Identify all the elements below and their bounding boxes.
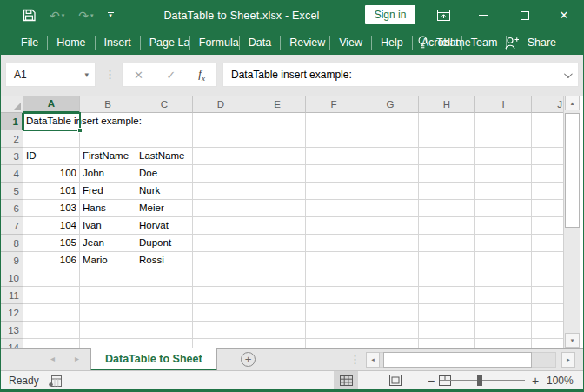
column-header-B[interactable]: B — [80, 96, 136, 113]
sign-in-button[interactable]: Sign in — [365, 5, 415, 24]
next-sheet-icon[interactable]: ▸ — [75, 354, 79, 363]
customize-quick-access-icon[interactable]: ▾ — [108, 12, 114, 18]
cell-H3[interactable] — [419, 148, 475, 165]
row-header-6[interactable]: 6 — [0, 200, 23, 217]
row-header-5[interactable]: 5 — [0, 183, 23, 200]
tell-me-button[interactable]: Tell me — [436, 37, 471, 49]
maximize-icon[interactable] — [510, 0, 540, 30]
cell-C3[interactable]: LastName — [136, 148, 193, 165]
cell-A10[interactable] — [23, 269, 80, 287]
macro-record-icon[interactable] — [49, 375, 62, 390]
cell-D3[interactable] — [193, 148, 249, 165]
cell-D11[interactable] — [193, 287, 249, 304]
cell-E1[interactable] — [249, 113, 306, 130]
cell-J4[interactable] — [532, 165, 563, 183]
name-box-dropdown-icon[interactable]: ▾ — [84, 70, 89, 79]
cell-C11[interactable] — [136, 287, 193, 304]
ribbon-tab-page-la[interactable]: Page La — [141, 30, 189, 55]
cell-I3[interactable] — [475, 148, 532, 165]
cell-E10[interactable] — [249, 269, 306, 287]
cell-B12[interactable] — [80, 304, 136, 322]
cell-A11[interactable] — [23, 287, 80, 304]
cell-J10[interactable] — [532, 269, 563, 287]
cell-C1[interactable] — [136, 113, 193, 130]
row-header-7[interactable]: 7 — [0, 217, 23, 235]
cell-D6[interactable] — [193, 200, 249, 217]
cell-G10[interactable] — [362, 269, 419, 287]
cell-B3[interactable]: FirstName — [80, 148, 136, 165]
ribbon-tab-view[interactable]: View — [330, 30, 371, 55]
cell-E3[interactable] — [249, 148, 306, 165]
row-header-3[interactable]: 3 — [0, 148, 23, 165]
cell-B4[interactable]: John — [80, 165, 136, 183]
expand-formula-bar-icon[interactable] — [564, 70, 573, 78]
cell-D4[interactable] — [193, 165, 249, 183]
cell-H2[interactable] — [419, 130, 475, 148]
column-header-C[interactable]: C — [136, 96, 193, 113]
cell-D10[interactable] — [193, 269, 249, 287]
cell-D13[interactable] — [193, 322, 249, 339]
cell-B6[interactable]: Hans — [80, 200, 136, 217]
cell-D7[interactable] — [193, 217, 249, 235]
cell-I4[interactable] — [475, 165, 532, 183]
cell-H10[interactable] — [419, 269, 475, 287]
cell-C12[interactable] — [136, 304, 193, 322]
ribbon-tab-help[interactable]: Help — [372, 30, 412, 55]
share-button[interactable]: Share — [528, 37, 556, 49]
cell-C13[interactable] — [136, 322, 193, 339]
cell-J3[interactable] — [532, 148, 563, 165]
cell-J11[interactable] — [532, 287, 563, 304]
cell-D5[interactable] — [193, 183, 249, 200]
cell-B13[interactable] — [80, 322, 136, 339]
redo-icon[interactable]: ↷▾ — [78, 9, 93, 23]
cell-D14[interactable] — [193, 339, 249, 348]
cell-C4[interactable]: Doe — [136, 165, 193, 183]
cell-A1[interactable]: DataTable insert example: — [23, 113, 80, 130]
cell-E11[interactable] — [249, 287, 306, 304]
ribbon-tab-review[interactable]: Review — [281, 30, 329, 55]
cell-A13[interactable] — [23, 322, 80, 339]
cell-G3[interactable] — [362, 148, 419, 165]
cell-H5[interactable] — [419, 183, 475, 200]
column-header-D[interactable]: D — [193, 96, 249, 113]
column-header-E[interactable]: E — [249, 96, 306, 113]
cell-C6[interactable]: Meier — [136, 200, 193, 217]
cell-B11[interactable] — [80, 287, 136, 304]
cancel-icon[interactable]: ✕ — [134, 69, 143, 82]
cell-I7[interactable] — [475, 217, 532, 235]
cell-F14[interactable] — [306, 339, 362, 348]
row-header-8[interactable]: 8 — [0, 235, 23, 252]
cell-A9[interactable]: 106 — [23, 252, 80, 269]
cell-E6[interactable] — [249, 200, 306, 217]
cell-E7[interactable] — [249, 217, 306, 235]
scroll-left-icon[interactable]: ◂ — [366, 352, 380, 368]
row-header-1[interactable]: 1 — [0, 113, 23, 130]
minimize-icon[interactable] — [468, 0, 498, 30]
undo-icon[interactable]: ↶▾ — [50, 9, 64, 23]
cell-J5[interactable] — [532, 183, 563, 200]
cell-E12[interactable] — [249, 304, 306, 322]
ribbon-tab-insert[interactable]: Insert — [96, 30, 140, 55]
enter-icon[interactable]: ✓ — [166, 69, 176, 82]
cell-I2[interactable] — [475, 130, 532, 148]
cell-A5[interactable]: 101 — [23, 183, 80, 200]
normal-view-button[interactable] — [334, 371, 358, 389]
cell-A7[interactable]: 104 — [23, 217, 80, 235]
cell-A8[interactable]: 105 — [23, 235, 80, 252]
cell-F10[interactable] — [306, 269, 362, 287]
cell-I9[interactable] — [475, 252, 532, 269]
cell-G14[interactable] — [362, 339, 419, 348]
save-icon[interactable] — [23, 9, 36, 22]
row-header-10[interactable]: 10 — [0, 269, 23, 287]
row-header-2[interactable]: 2 — [0, 130, 23, 148]
cell-I13[interactable] — [475, 322, 532, 339]
vertical-scrollbar-thumb[interactable] — [565, 113, 580, 228]
cell-J6[interactable] — [532, 200, 563, 217]
cell-B7[interactable]: Ivan — [80, 217, 136, 235]
cell-A4[interactable]: 100 — [23, 165, 80, 183]
cell-H7[interactable] — [419, 217, 475, 235]
page-layout-view-button[interactable] — [383, 371, 408, 389]
zoom-in-icon[interactable]: + — [532, 371, 539, 389]
sheet-tab-active[interactable]: DataTable to Sheet — [90, 348, 217, 371]
cell-G11[interactable] — [362, 287, 419, 304]
